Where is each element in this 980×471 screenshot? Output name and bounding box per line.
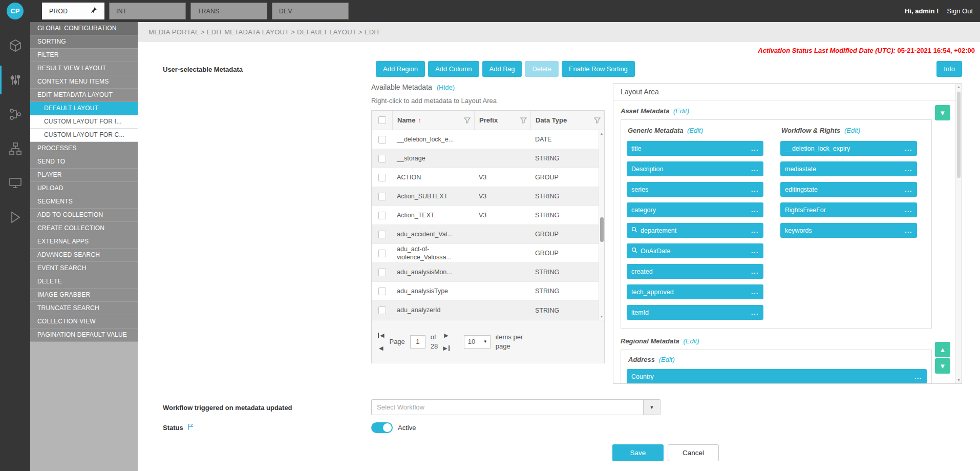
column-header-name[interactable]: Name ↑ (392, 111, 474, 130)
sidebar-item-create-collection[interactable]: CREATE COLLECTION (30, 222, 138, 235)
filter-funnel-icon[interactable] (594, 117, 601, 124)
chip-drag-handle[interactable]: ... (751, 309, 759, 316)
metadata-chip[interactable]: created... (627, 264, 763, 279)
metadata-chip[interactable]: itemId... (627, 305, 763, 320)
delete-button[interactable]: Delete (525, 61, 559, 77)
table-row[interactable]: ACTION V3 GROUP (372, 168, 599, 187)
page-size-select[interactable]: 10 ▼ (464, 335, 491, 349)
chip-drag-handle[interactable]: ... (751, 145, 759, 152)
scrollbar-thumb[interactable] (600, 217, 604, 242)
column-header-data-type[interactable]: Data Type (530, 111, 604, 130)
env-tab-int[interactable]: INT (109, 3, 186, 19)
last-page-icon[interactable]: ▶ (443, 345, 449, 351)
metadata-chip[interactable]: Description... (627, 161, 763, 176)
move-section-down-button[interactable]: ▼ (935, 358, 950, 374)
row-checkbox[interactable] (378, 155, 386, 162)
next-page-icon[interactable]: ▶ (444, 333, 448, 338)
row-checkbox[interactable] (378, 269, 386, 276)
chip-drag-handle[interactable]: ... (751, 268, 759, 275)
sidebar-item-context-menu-items[interactable]: CONTEXT MENU ITEMS (30, 75, 138, 89)
regional-metadata-edit-link[interactable]: (Edit) (683, 337, 699, 345)
move-section-up-button[interactable]: ▲ (935, 342, 950, 357)
asset-metadata-edit-link[interactable]: (Edit) (673, 107, 689, 115)
add-column-button[interactable]: Add Column (428, 61, 479, 77)
filter-funnel-icon[interactable] (520, 117, 527, 124)
table-row[interactable]: __storage STRING (372, 149, 599, 168)
workflow-select-dropdown[interactable]: Select Workflow ▼ (371, 399, 661, 415)
save-button[interactable]: Save (612, 444, 664, 461)
monitor-icon[interactable] (0, 169, 30, 197)
table-row[interactable]: __deletion_lock_e... DATE (372, 130, 599, 149)
metadata-chip[interactable]: editingstate... (780, 182, 917, 197)
metadata-chip[interactable]: category... (627, 202, 763, 217)
sidebar-item-event-search[interactable]: EVENT SEARCH (30, 262, 138, 275)
row-checkbox[interactable] (378, 306, 386, 314)
move-section-down-button[interactable]: ▼ (935, 105, 950, 120)
chip-drag-handle[interactable]: ... (751, 166, 759, 173)
cancel-button[interactable]: Cancel (668, 444, 719, 461)
row-checkbox[interactable] (378, 193, 386, 200)
sidebar-item-advanced-search[interactable]: ADVANCED SEARCH (30, 249, 138, 262)
row-checkbox[interactable] (378, 212, 386, 219)
sidebar-item-filter[interactable]: FILTER (30, 49, 138, 62)
hide-link[interactable]: (Hide) (437, 84, 455, 91)
chip-drag-handle[interactable]: ... (905, 166, 912, 173)
sidebar-item-collection-view[interactable]: COLLECTION VIEW (30, 315, 138, 329)
sidebar-item-custom-layout-c[interactable]: CUSTOM LAYOUT FOR C... (30, 129, 138, 142)
table-row[interactable]: adu_analysisType STRING (372, 282, 599, 301)
breadcrumb[interactable]: MEDIA PORTAL > EDIT METADATA LAYOUT > DE… (138, 22, 980, 42)
sidebar-item-image-grabber[interactable]: IMAGE GRABBER (30, 289, 138, 302)
first-page-icon[interactable]: ◀ (378, 333, 384, 338)
env-tab-trans[interactable]: TRANS (190, 3, 267, 19)
metadata-chip[interactable]: mediastate... (780, 161, 917, 176)
address-edit-link[interactable]: (Edit) (659, 356, 675, 363)
info-button[interactable]: Info (936, 61, 962, 77)
player-icon[interactable] (0, 203, 30, 232)
workflow-rights-edit-link[interactable]: (Edit) (844, 127, 860, 134)
layout-area-scrollbar[interactable]: ▲ ▼ (955, 84, 962, 383)
scroll-down-icon[interactable]: ▼ (599, 315, 604, 318)
table-row[interactable]: adu_analyzerId STRING (372, 301, 599, 320)
grid-scrollbar[interactable]: ▲ ▼ (599, 130, 604, 320)
add-region-button[interactable]: Add Region (376, 61, 425, 77)
sidebar-item-processes[interactable]: PROCESSES (30, 142, 138, 155)
column-header-prefix[interactable]: Prefix (474, 111, 530, 130)
row-checkbox[interactable] (378, 174, 386, 181)
add-bag-button[interactable]: Add Bag (482, 61, 522, 77)
metadata-chip[interactable]: departement... (627, 223, 763, 238)
sidebar-item-delete[interactable]: DELETE (30, 275, 138, 289)
metadata-chip[interactable]: __deletion_lock_expiry... (780, 141, 917, 156)
select-all-checkbox[interactable] (378, 116, 386, 124)
row-checkbox[interactable] (378, 288, 386, 295)
metadata-chip[interactable]: title... (627, 141, 763, 156)
enable-row-sorting-button[interactable]: Enable Row Sorting (562, 61, 635, 77)
sign-out-link[interactable]: Sign Out (947, 7, 973, 15)
scroll-up-icon[interactable]: ▲ (956, 85, 962, 89)
chip-drag-handle[interactable]: ... (751, 186, 759, 193)
metadata-chip[interactable]: OnAirDate... (627, 243, 763, 258)
chip-drag-handle[interactable]: ... (905, 207, 912, 214)
sidebar-item-truncate-search[interactable]: TRUNCATE SEARCH (30, 302, 138, 315)
row-checkbox[interactable] (378, 136, 386, 144)
chevron-down-icon[interactable]: ▼ (643, 400, 660, 415)
table-row[interactable]: adu_accident_Val... GROUP (372, 225, 599, 244)
table-row[interactable]: Action_TEXT V3 STRING (372, 206, 599, 225)
scrollbar-thumb[interactable] (957, 92, 961, 178)
generic-metadata-edit-link[interactable]: (Edit) (687, 127, 703, 134)
chip-drag-handle[interactable]: ... (751, 207, 759, 214)
metadata-chip[interactable]: series... (627, 182, 763, 197)
chip-drag-handle[interactable]: ... (905, 227, 912, 234)
env-tab-dev[interactable]: DEV (272, 3, 349, 19)
sidebar-item-player[interactable]: PLAYER (30, 169, 138, 182)
chip-drag-handle[interactable]: ... (905, 186, 912, 193)
row-checkbox[interactable] (378, 231, 386, 238)
metadata-chip[interactable]: Country... (627, 369, 927, 384)
scroll-up-icon[interactable]: ▲ (599, 132, 604, 135)
metadata-chip[interactable]: keywords... (780, 223, 917, 238)
table-row[interactable]: adu_act-of-violence_Valossa... GROUP (372, 244, 599, 263)
sidebar-item-external-apps[interactable]: EXTERNAL APPS (30, 235, 138, 249)
table-row[interactable]: adu_analysisMon... STRING (372, 263, 599, 282)
sidebar-item-upload[interactable]: UPLOAD (30, 182, 138, 195)
sidebar-item-pagination-default-value[interactable]: PAGINATION DEFAULT VALUE (30, 329, 138, 342)
page-number-input[interactable] (410, 335, 425, 349)
